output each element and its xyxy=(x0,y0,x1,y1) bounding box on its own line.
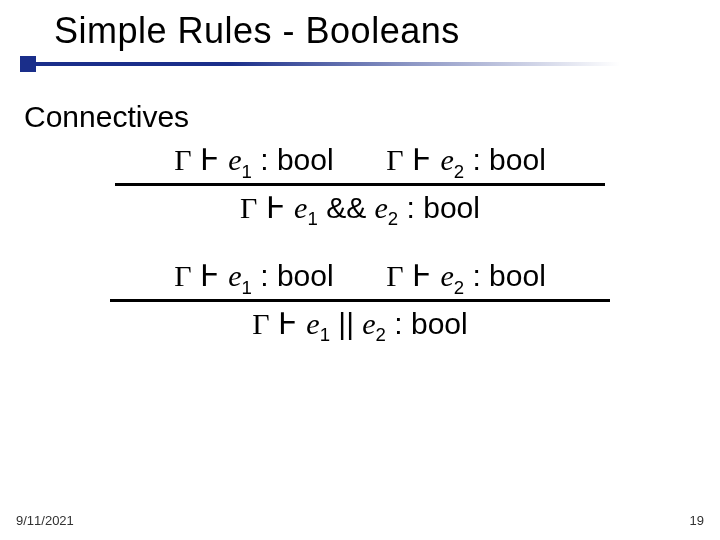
conclusion-and: Γ Ⱶ e1 && e2 : bool xyxy=(24,188,696,229)
inference-line xyxy=(110,299,610,302)
premise-e1-bool: Γ Ⱶ e1 : bool xyxy=(174,259,342,292)
body: Connectives Γ Ⱶ e1 : bool Γ Ⱶ e2 : bool xyxy=(24,100,696,372)
page-number: 19 xyxy=(690,513,704,528)
operator-or: || xyxy=(338,307,354,340)
inference-rule-and: Γ Ⱶ e1 : bool Γ Ⱶ e2 : bool Γ Ⱶ xyxy=(24,140,696,228)
conclusion-or: Γ Ⱶ e1 || e2 : bool xyxy=(24,304,696,345)
inference-line xyxy=(115,183,605,186)
title-block: Simple Rules - Booleans xyxy=(54,10,460,52)
premise-e2-bool: Γ Ⱶ e2 : bool xyxy=(386,259,545,292)
footer-date: 9/11/2021 xyxy=(16,513,74,528)
premises-or: Γ Ⱶ e1 : bool Γ Ⱶ e2 : bool xyxy=(174,256,546,297)
title-underline xyxy=(20,62,620,66)
section-heading: Connectives xyxy=(24,100,696,134)
premise-e1-bool: Γ Ⱶ e1 : bool xyxy=(174,143,342,176)
premise-e2-bool: Γ Ⱶ e2 : bool xyxy=(386,143,545,176)
premises-and: Γ Ⱶ e1 : bool Γ Ⱶ e2 : bool xyxy=(174,140,546,181)
slide-title: Simple Rules - Booleans xyxy=(54,10,460,52)
operator-and: && xyxy=(326,191,366,224)
slide: Simple Rules - Booleans Connectives Γ Ⱶ … xyxy=(0,0,720,540)
inference-rule-or: Γ Ⱶ e1 : bool Γ Ⱶ e2 : bool Γ Ⱶ xyxy=(24,256,696,344)
footer: 9/11/2021 19 xyxy=(16,513,704,528)
